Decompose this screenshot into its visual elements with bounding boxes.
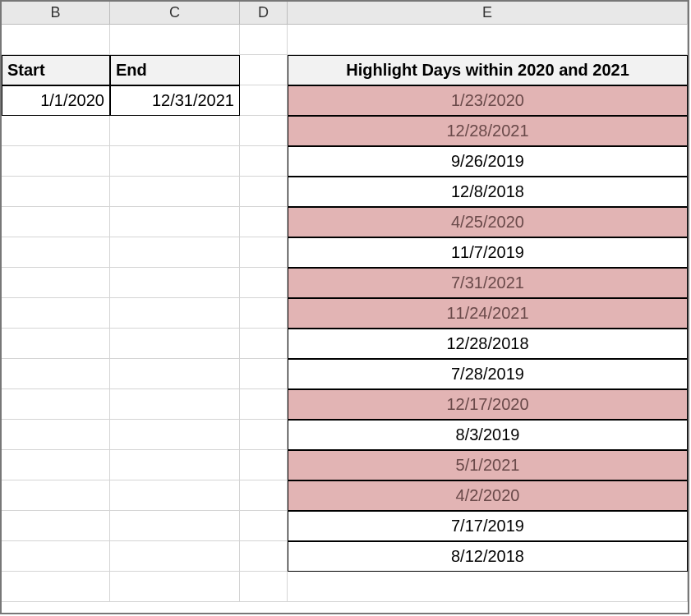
- grid-cell[interactable]: [110, 177, 240, 207]
- col-header-b[interactable]: B: [2, 2, 110, 25]
- grid-row: 12/28/2021: [2, 116, 688, 146]
- grid-row: 8/12/2018: [2, 541, 688, 572]
- grid-cell[interactable]: [110, 207, 240, 237]
- grid-cell[interactable]: [110, 237, 240, 268]
- grid-cell[interactable]: [240, 85, 288, 116]
- grid-row: 11/7/2019: [2, 237, 688, 268]
- grid-cell[interactable]: [110, 420, 240, 450]
- grid-cell[interactable]: [110, 25, 240, 55]
- grid-cell[interactable]: [110, 146, 240, 177]
- grid-cell[interactable]: [240, 177, 288, 207]
- grid-cell[interactable]: [2, 237, 110, 268]
- grid-cell[interactable]: [2, 359, 110, 389]
- start-value-cell[interactable]: 1/1/2020: [2, 85, 110, 116]
- grid-cell[interactable]: [288, 572, 688, 602]
- grid-cell[interactable]: [110, 359, 240, 389]
- date-cell[interactable]: 12/28/2021: [288, 116, 688, 146]
- date-cell[interactable]: 5/1/2021: [288, 450, 688, 480]
- grid-cell[interactable]: [2, 450, 110, 480]
- grid-cell[interactable]: [240, 146, 288, 177]
- date-cell[interactable]: 1/23/2020: [288, 85, 688, 116]
- grid-row: 7/31/2021: [2, 268, 688, 298]
- grid-cell[interactable]: [2, 480, 110, 511]
- grid-cell[interactable]: [240, 207, 288, 237]
- grid-row: 12/8/2018: [2, 177, 688, 207]
- grid-cell[interactable]: [240, 359, 288, 389]
- grid-cell[interactable]: [110, 329, 240, 359]
- grid-cell[interactable]: [240, 329, 288, 359]
- grid-row: 12/28/2018: [2, 329, 688, 359]
- date-cell[interactable]: 8/12/2018: [288, 541, 688, 572]
- grid-row: 7/28/2019: [2, 359, 688, 389]
- grid-cell[interactable]: [110, 450, 240, 480]
- grid-cell[interactable]: [2, 541, 110, 572]
- date-cell[interactable]: 11/24/2021: [288, 298, 688, 329]
- date-cell[interactable]: 7/31/2021: [288, 268, 688, 298]
- date-cell[interactable]: 11/7/2019: [288, 237, 688, 268]
- grid-row: 9/26/2019: [2, 146, 688, 177]
- col-header-c[interactable]: C: [110, 2, 240, 25]
- start-header-cell[interactable]: Start: [2, 55, 110, 85]
- grid-cell[interactable]: [240, 116, 288, 146]
- grid-cell[interactable]: [240, 389, 288, 420]
- grid-cell[interactable]: [240, 541, 288, 572]
- grid-cell[interactable]: [2, 298, 110, 329]
- grid-row: 11/24/2021: [2, 298, 688, 329]
- date-cell[interactable]: 7/17/2019: [288, 511, 688, 541]
- date-cell[interactable]: 7/28/2019: [288, 359, 688, 389]
- grid-cell[interactable]: [2, 207, 110, 237]
- grid-cell[interactable]: [240, 237, 288, 268]
- date-cell[interactable]: 4/2/2020: [288, 480, 688, 511]
- grid-cell[interactable]: [240, 450, 288, 480]
- grid-cell[interactable]: [2, 116, 110, 146]
- grid-row: 4/25/2020: [2, 207, 688, 237]
- grid-row: 1/1/2020 12/31/2021 1/23/2020: [2, 85, 688, 116]
- grid-cell[interactable]: [240, 572, 288, 602]
- grid-cell[interactable]: [2, 329, 110, 359]
- date-cell[interactable]: 8/3/2019: [288, 420, 688, 450]
- grid-cell[interactable]: [110, 480, 240, 511]
- grid-row: 12/17/2020: [2, 389, 688, 420]
- grid-cell[interactable]: [110, 541, 240, 572]
- date-cell[interactable]: 9/26/2019: [288, 146, 688, 177]
- grid-cell[interactable]: [240, 268, 288, 298]
- grid-cell[interactable]: [110, 298, 240, 329]
- grid-cell[interactable]: [2, 511, 110, 541]
- column-header-row: B C D E: [2, 2, 688, 25]
- end-header-cell[interactable]: End: [110, 55, 240, 85]
- col-header-e[interactable]: E: [288, 2, 688, 25]
- end-value-cell[interactable]: 12/31/2021: [110, 85, 240, 116]
- grid-cell[interactable]: [110, 572, 240, 602]
- grid-cell[interactable]: [110, 511, 240, 541]
- grid-row: 8/3/2019: [2, 420, 688, 450]
- grid-row: 7/17/2019: [2, 511, 688, 541]
- grid-cell[interactable]: [110, 116, 240, 146]
- grid-row: [2, 572, 688, 602]
- grid-row: [2, 25, 688, 55]
- grid-cell[interactable]: [288, 25, 688, 55]
- grid-cell[interactable]: [2, 25, 110, 55]
- grid-row: 5/1/2021: [2, 450, 688, 480]
- spreadsheet: B C D E Start End Highlight Days within …: [0, 0, 689, 614]
- date-cell[interactable]: 12/8/2018: [288, 177, 688, 207]
- grid-row: Start End Highlight Days within 2020 and…: [2, 55, 688, 85]
- grid-cell[interactable]: [240, 420, 288, 450]
- grid-cell[interactable]: [2, 572, 110, 602]
- grid-cell[interactable]: [2, 420, 110, 450]
- col-header-d[interactable]: D: [240, 2, 288, 25]
- grid-cell[interactable]: [2, 268, 110, 298]
- grid-cell[interactable]: [110, 389, 240, 420]
- grid-cell[interactable]: [240, 298, 288, 329]
- grid-cell[interactable]: [2, 146, 110, 177]
- grid-cell[interactable]: [240, 511, 288, 541]
- grid-cell[interactable]: [240, 55, 288, 85]
- grid-cell[interactable]: [240, 480, 288, 511]
- grid-cell[interactable]: [240, 25, 288, 55]
- date-cell[interactable]: 4/25/2020: [288, 207, 688, 237]
- grid-cell[interactable]: [2, 177, 110, 207]
- date-cell[interactable]: 12/28/2018: [288, 329, 688, 359]
- grid-cell[interactable]: [110, 268, 240, 298]
- grid-cell[interactable]: [2, 389, 110, 420]
- highlight-header-cell[interactable]: Highlight Days within 2020 and 2021: [288, 55, 688, 85]
- date-cell[interactable]: 12/17/2020: [288, 389, 688, 420]
